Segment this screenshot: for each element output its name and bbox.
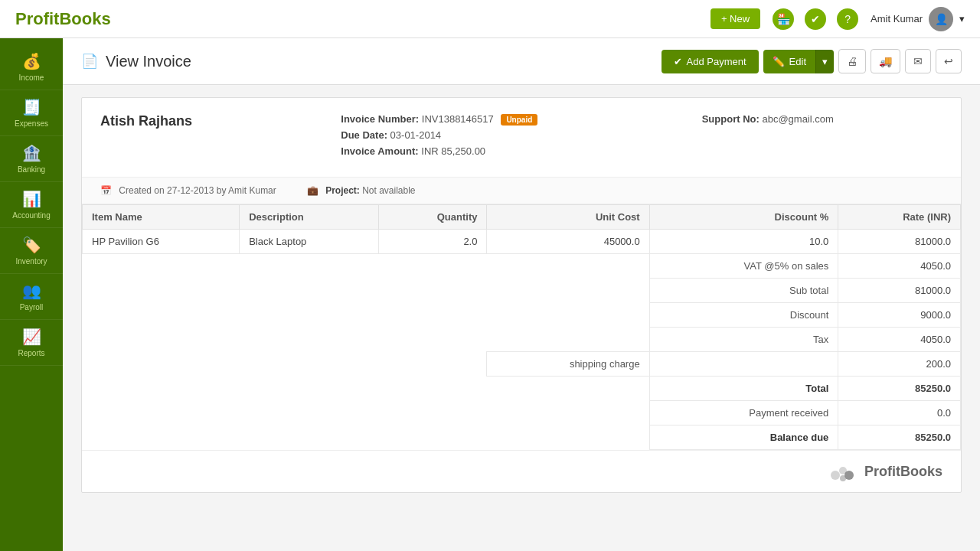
invoice-amount-row: Invoice Amount: INR 85,250.00 bbox=[341, 145, 701, 157]
sidebar-item-banking[interactable]: 🏦 Banking bbox=[0, 136, 63, 182]
cell-discount: 10.0 bbox=[649, 230, 838, 254]
cell-quantity: 2.0 bbox=[379, 230, 487, 254]
page-header: 📄 View Invoice ✔ Add Payment ✏️ Edit ▾ 🖨… bbox=[63, 38, 980, 85]
back-button[interactable]: ↩ bbox=[936, 49, 962, 73]
page-title: View Invoice bbox=[106, 53, 191, 70]
subtotal-value: 81000.0 bbox=[838, 279, 961, 303]
user-dropdown-icon[interactable]: ▾ bbox=[959, 13, 965, 24]
truck-button[interactable]: 🚚 bbox=[871, 49, 900, 73]
avatar[interactable]: 👤 bbox=[929, 7, 953, 31]
total-row: Total 85250.0 bbox=[83, 377, 961, 401]
invoice-support: Support No: abc@gmail.com bbox=[702, 113, 942, 161]
table-header-row: Item Name Description Quantity Unit Cost… bbox=[83, 205, 961, 230]
project-label: Project: bbox=[325, 185, 360, 196]
shipping-label: shipping charge bbox=[487, 352, 649, 377]
sidebar: 💰 Income 🧾 Expenses 🏦 Banking 📊 Accounti… bbox=[0, 38, 63, 551]
col-description: Description bbox=[240, 205, 379, 230]
sidebar-label-inventory: Inventory bbox=[15, 257, 47, 266]
logo-dots-svg bbox=[828, 460, 858, 483]
vat-value: 4050.0 bbox=[838, 254, 961, 279]
app-logo: ProfitBooks bbox=[15, 9, 111, 29]
email-button[interactable]: ✉ bbox=[905, 49, 931, 73]
help-icon[interactable]: ? bbox=[837, 8, 858, 30]
invoice-created: 📅 Created on 27-12-2013 by Amit Kumar 💼 … bbox=[82, 178, 961, 204]
sidebar-item-payroll[interactable]: 👥 Payroll bbox=[0, 274, 63, 320]
discount-row: Discount 9000.0 bbox=[83, 303, 961, 328]
add-payment-icon: ✔ bbox=[674, 56, 682, 67]
add-payment-button[interactable]: ✔ Add Payment bbox=[662, 50, 759, 73]
due-date-row: Due Date: 03-01-2014 bbox=[341, 129, 701, 141]
sidebar-label-banking: Banking bbox=[18, 165, 45, 174]
payment-received-label: Payment received bbox=[649, 401, 838, 425]
svg-point-0 bbox=[831, 471, 840, 480]
created-by: 📅 Created on 27-12-2013 by Amit Kumar bbox=[100, 185, 276, 196]
invoice-area: Atish Rajhans Invoice Number: INV1388146… bbox=[63, 85, 980, 505]
col-rate: Rate (INR) bbox=[838, 205, 961, 230]
top-bar: ProfitBooks + New 🏪 ✔ ? Amit Kumar 👤 ▾ bbox=[0, 0, 980, 38]
client-name: Atish Rajhans bbox=[100, 113, 341, 129]
action-buttons: ✔ Add Payment ✏️ Edit ▾ 🖨 🚚 ✉ ↩ bbox=[662, 49, 962, 73]
briefcase-icon: 💼 bbox=[307, 185, 318, 196]
shipping-value: 200.0 bbox=[838, 352, 961, 377]
edit-button-group: ✏️ Edit ▾ bbox=[763, 50, 834, 73]
bottom-logo-text: ProfitBooks bbox=[864, 464, 942, 480]
sidebar-item-accounting[interactable]: 📊 Accounting bbox=[0, 182, 63, 228]
invoice-meta: Invoice Number: INV1388146517 Unpaid Due… bbox=[341, 113, 701, 161]
tax-label: Tax bbox=[649, 328, 838, 352]
balance-due-row: Balance due 85250.0 bbox=[83, 425, 961, 450]
tax-value: 4050.0 bbox=[838, 328, 961, 352]
top-icons: 🏪 ✔ ? bbox=[773, 8, 858, 30]
invoice-number-row: Invoice Number: INV1388146517 Unpaid bbox=[341, 113, 701, 125]
payment-received-value: 0.0 bbox=[838, 401, 961, 425]
sidebar-label-payroll: Payroll bbox=[20, 303, 44, 311]
payment-received-row: Payment received 0.0 bbox=[83, 401, 961, 425]
edit-icon: ✏️ bbox=[773, 56, 785, 67]
check-icon[interactable]: ✔ bbox=[805, 8, 826, 30]
vat-row: VAT @5% on sales 4050.0 bbox=[83, 254, 961, 279]
invoice-box: Atish Rajhans Invoice Number: INV1388146… bbox=[81, 97, 962, 493]
user-name: Amit Kumar bbox=[871, 13, 923, 24]
sidebar-item-reports[interactable]: 📈 Reports bbox=[0, 320, 63, 366]
inventory-icon: 🏷️ bbox=[22, 236, 41, 254]
sidebar-item-income[interactable]: 💰 Income bbox=[0, 44, 63, 90]
sidebar-item-expenses[interactable]: 🧾 Expenses bbox=[0, 90, 63, 136]
subtotal-label: Sub total bbox=[649, 279, 838, 303]
invoice-number-value: INV1388146517 bbox=[422, 113, 494, 125]
main-content: 📄 View Invoice ✔ Add Payment ✏️ Edit ▾ 🖨… bbox=[63, 38, 980, 551]
calendar-icon: 📅 bbox=[100, 185, 112, 196]
page-title-area: 📄 View Invoice bbox=[81, 53, 191, 70]
user-area: Amit Kumar 👤 ▾ bbox=[871, 7, 965, 31]
invoice-client: Atish Rajhans bbox=[100, 113, 341, 161]
due-date-label: Due Date: bbox=[341, 129, 387, 141]
shipping-row: shipping charge 200.0 bbox=[83, 352, 961, 377]
total-label: Total bbox=[649, 377, 838, 401]
discount-value: 9000.0 bbox=[838, 303, 961, 328]
vat-label: VAT @5% on sales bbox=[649, 254, 838, 279]
total-value: 85250.0 bbox=[838, 377, 961, 401]
edit-dropdown-button[interactable]: ▾ bbox=[815, 50, 834, 73]
subtotal-row: Sub total 81000.0 bbox=[83, 279, 961, 303]
sidebar-label-accounting: Accounting bbox=[12, 211, 50, 220]
cell-item-name: HP Pavilion G6 bbox=[83, 230, 240, 254]
store-icon[interactable]: 🏪 bbox=[773, 8, 794, 30]
cell-unit-cost: 45000.0 bbox=[487, 230, 649, 254]
new-button[interactable]: + New bbox=[710, 8, 760, 29]
created-text: Created on 27-12-2013 by Amit Kumar bbox=[119, 185, 276, 196]
tax-row: Tax 4050.0 bbox=[83, 328, 961, 352]
sidebar-label-expenses: Expenses bbox=[15, 119, 48, 128]
bottom-logo-area: ProfitBooks bbox=[82, 450, 961, 492]
sidebar-label-reports: Reports bbox=[18, 349, 44, 357]
invoice-table: Item Name Description Quantity Unit Cost… bbox=[82, 204, 961, 450]
balance-due-label: Balance due bbox=[649, 425, 838, 450]
print-button[interactable]: 🖨 bbox=[838, 49, 866, 73]
col-quantity: Quantity bbox=[379, 205, 487, 230]
sidebar-item-inventory[interactable]: 🏷️ Inventory bbox=[0, 228, 63, 274]
edit-button[interactable]: ✏️ Edit bbox=[763, 50, 815, 73]
status-badge: Unpaid bbox=[501, 114, 537, 126]
expenses-icon: 🧾 bbox=[22, 98, 41, 116]
discount-label: Discount bbox=[649, 303, 838, 328]
support-value: abc@gmail.com bbox=[762, 113, 833, 125]
top-right-area: + New 🏪 ✔ ? Amit Kumar 👤 ▾ bbox=[710, 7, 965, 31]
income-icon: 💰 bbox=[22, 52, 41, 70]
page-title-icon: 📄 bbox=[81, 53, 98, 70]
